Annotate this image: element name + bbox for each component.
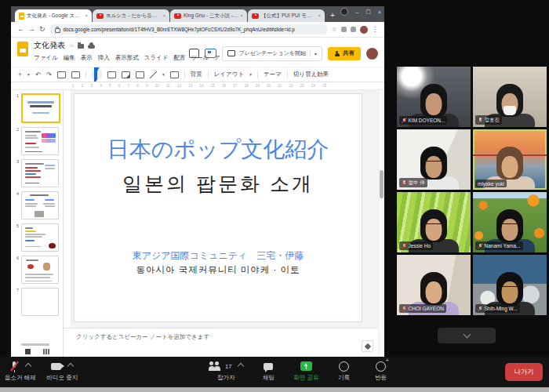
window-maximize-button[interactable]: ▢ [365,9,371,15]
participants-button[interactable]: 17 참가자 [209,360,243,382]
video-tile-nanami-yama[interactable]: Nanami Yama... [473,192,547,252]
line-caret-icon[interactable]: ▾ [162,72,165,77]
thumbnail-preview[interactable] [21,223,59,252]
star-document-icon[interactable]: ☆ [69,42,74,49]
stop-video-button[interactable]: 비디오 중지 [47,360,78,382]
video-tile-hatanaka[interactable]: 畠中 伴 [397,129,471,190]
forward-icon[interactable]: → [28,26,35,33]
video-tile-jessie-ho[interactable]: Jessie Ho [397,192,471,252]
tab-youtube-2[interactable]: King Gnu - 三文小説 - YouTube × [170,9,247,22]
new-slide-button[interactable]: + [18,71,22,78]
slide-thumbnail-1[interactable]: 1 [14,93,60,123]
reactions-button[interactable]: 반응 [369,360,392,382]
address-input[interactable]: docs.google.com/presentation/d/1T4fHV3_B… [49,24,328,34]
filmstrip-view-icon[interactable] [25,349,31,354]
filmstrip-scrollbar[interactable] [21,343,49,346]
extension-icon[interactable] [351,27,356,32]
background-button[interactable]: 背景 [191,71,202,78]
speaker-notes[interactable]: クリックするとスピーカー ノートを追加できます [64,328,378,357]
slide-thumbnail-7[interactable]: 7 [14,288,60,316]
tab-google-slides[interactable]: 文化発表 - Google スライド × [15,9,92,22]
insert-line-icon[interactable] [150,71,157,78]
video-tile-choi-gayeon[interactable]: CHOI GAYEON [397,255,471,315]
tab-close-icon[interactable]: × [318,13,321,18]
grid-view-icon[interactable] [43,349,49,354]
menu-slide[interactable]: スライド [144,54,169,62]
menu-insert[interactable]: 挿入 [98,54,110,62]
menu-file[interactable]: ファイル [34,54,58,62]
thumbnail-preview[interactable] [21,191,59,220]
insert-comment-icon[interactable] [170,71,179,78]
account-avatar[interactable] [366,48,378,60]
select-tool-active[interactable] [92,70,102,79]
layout-caret-icon[interactable]: ▾ [249,72,252,77]
chat-button[interactable]: 채팅 [256,360,280,382]
window-close-button[interactable]: × [378,9,381,15]
slide-thumbnail-2[interactable]: 2 [14,127,60,155]
browser-menu-icon[interactable]: ⋮ [372,26,378,33]
video-tile-jeong-hojin[interactable]: 정호진 [473,67,547,127]
reload-icon[interactable]: ↻ [39,26,45,33]
theme-button[interactable]: テーマ [264,71,282,78]
bookmark-star-icon[interactable]: ☆ [332,26,337,33]
insert-shape-icon[interactable] [136,71,144,78]
window-minimize-button[interactable]: – [355,9,358,15]
thumbnail-preview[interactable] [21,256,59,284]
menu-edit[interactable]: 編集 [64,54,75,62]
start-presentation-button[interactable]: プレゼンテーションを開始 ▾ [222,46,323,61]
presenter-view-icon[interactable] [205,49,216,58]
thumbnail-preview[interactable] [21,159,59,187]
current-slide[interactable]: 日本のポップ文化紹介 일본의 팝문화 소개 東アジア国際コミュニティ 三宅・伊藤… [74,93,362,322]
text-box-icon[interactable] [107,71,116,78]
new-slide-caret-icon[interactable]: ▾ [27,72,30,77]
leave-meeting-button[interactable]: 나가기 [505,363,543,381]
video-tile-shih-ming[interactable]: Shih-Ming W... [473,255,547,315]
comment-history-icon[interactable] [189,49,199,58]
print-icon[interactable] [57,71,66,78]
move-folder-icon[interactable] [78,44,84,49]
menu-arrange[interactable]: 配置 [173,54,185,62]
show-more-participants-button[interactable] [438,328,496,343]
tab-close-icon[interactable]: × [162,13,165,18]
back-icon[interactable]: ← [17,26,24,33]
new-tab-button[interactable]: + [330,12,335,20]
video-tile-miyake-yuki-active-speaker[interactable]: miyake yuki [473,129,547,190]
browser-avatar[interactable] [360,26,368,34]
present-options-caret-icon[interactable]: ▾ [310,51,317,56]
tab-close-icon[interactable]: × [85,13,88,18]
tab-youtube-1[interactable]: ヨルシカ - だから音楽を辞めた - YouTube × [93,9,169,22]
video-tile-kim-doyeon[interactable]: KIM DOYEON... [397,67,471,127]
video-options-chevron-icon[interactable] [67,363,74,369]
layout-button[interactable]: レイアウト [214,71,244,78]
insert-image-icon[interactable] [122,71,130,78]
thumbnail-preview[interactable] [21,288,59,316]
audio-options-chevron-icon[interactable] [25,363,31,369]
participants-chevron-icon[interactable] [238,363,244,369]
slide-thumbnail-4[interactable]: 4 [14,191,60,220]
tab-close-icon[interactable]: × [240,13,243,18]
slide-thumbnail-3[interactable]: 3 [14,159,60,187]
document-title[interactable]: 文化発表 [34,40,65,51]
explore-button[interactable] [362,340,373,352]
browser-scrollbar[interactable] [378,90,384,357]
unmute-button[interactable]: 음소거 해제 [5,360,36,382]
slide-thumbnail-5[interactable]: 5 [14,223,60,252]
menu-format[interactable]: 表示形式 [115,54,139,62]
tab-youtube-3[interactable]: 【公式】PUI PUI モルカー 第1話 - YouTube × [248,9,325,22]
paint-format-icon[interactable] [71,71,80,78]
thumbnail-preview[interactable] [21,93,60,123]
thumbnail-preview[interactable] [21,127,59,155]
browser-profile-icon[interactable] [340,8,348,16]
share-screen-button[interactable]: 화면 공유 [293,360,318,382]
transition-button[interactable]: 切り替え効果 [293,71,329,78]
extension-icon[interactable] [341,27,347,32]
slide-subtitle-textbox[interactable]: 東アジア国際コミュニティ 三宅・伊藤 동아시아 국제커뮤니티 미야케 · 이토 [75,249,362,276]
share-button[interactable]: 共有 [328,47,361,60]
slide-title-textbox[interactable]: 日本のポップ文化紹介 일본의 팝문화 소개 [75,135,362,197]
undo-icon[interactable]: ↶ [35,71,41,78]
slide-thumbnail-6[interactable]: 6 [14,256,60,284]
record-button[interactable]: 기록 [332,360,355,382]
redo-icon[interactable]: ↷ [46,71,52,78]
menu-view[interactable]: 表示 [81,54,93,62]
scrollbar-thumb[interactable] [380,170,384,198]
